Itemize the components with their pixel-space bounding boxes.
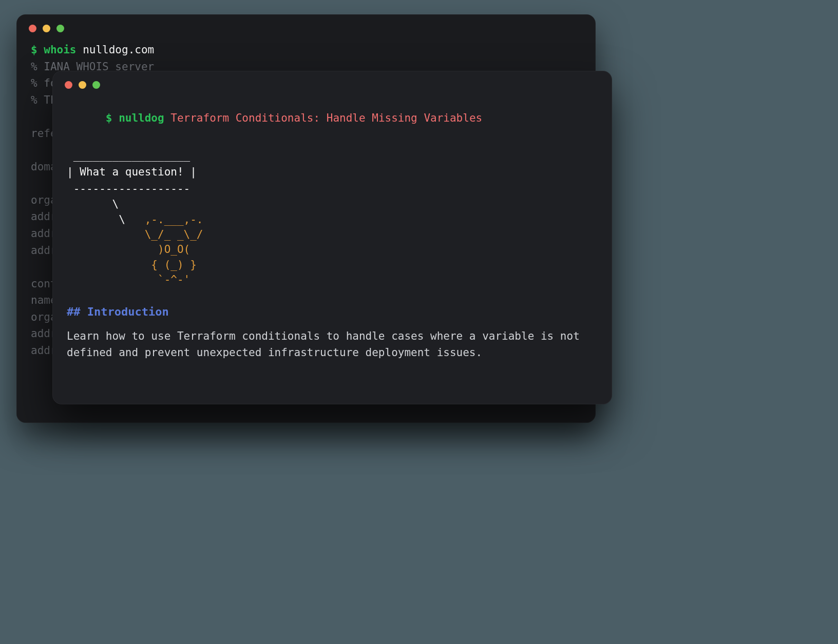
prompt-back: $ whois bbox=[31, 44, 77, 56]
close-icon[interactable] bbox=[29, 25, 36, 32]
page-title: Terraform Conditionals: Handle Missing V… bbox=[164, 112, 483, 124]
maximize-icon[interactable] bbox=[56, 25, 64, 32]
command-back: nulldog.com bbox=[77, 44, 155, 56]
titlebar-front bbox=[52, 71, 612, 89]
minimize-icon[interactable] bbox=[43, 25, 50, 32]
titlebar-back bbox=[16, 14, 596, 32]
prompt-front: $ nulldog bbox=[106, 112, 164, 124]
terminal-body-front: $ nulldog Terraform Conditionals: Handle… bbox=[52, 89, 612, 376]
maximize-icon[interactable] bbox=[92, 81, 100, 89]
nulldog-ascii-art: \ \ ,-.___,-. \_/_ _\_/ )O_O( { (_) } `-… bbox=[67, 197, 598, 287]
terminal-window-front: $ nulldog Terraform Conditionals: Handle… bbox=[52, 71, 612, 404]
section-heading: ## Introduction bbox=[67, 303, 598, 321]
close-icon[interactable] bbox=[65, 81, 72, 89]
minimize-icon[interactable] bbox=[79, 81, 86, 89]
speech-bubble: __________________ | What a question! | … bbox=[67, 147, 598, 198]
intro-paragraph: Learn how to use Terraform conditionals … bbox=[67, 328, 585, 361]
